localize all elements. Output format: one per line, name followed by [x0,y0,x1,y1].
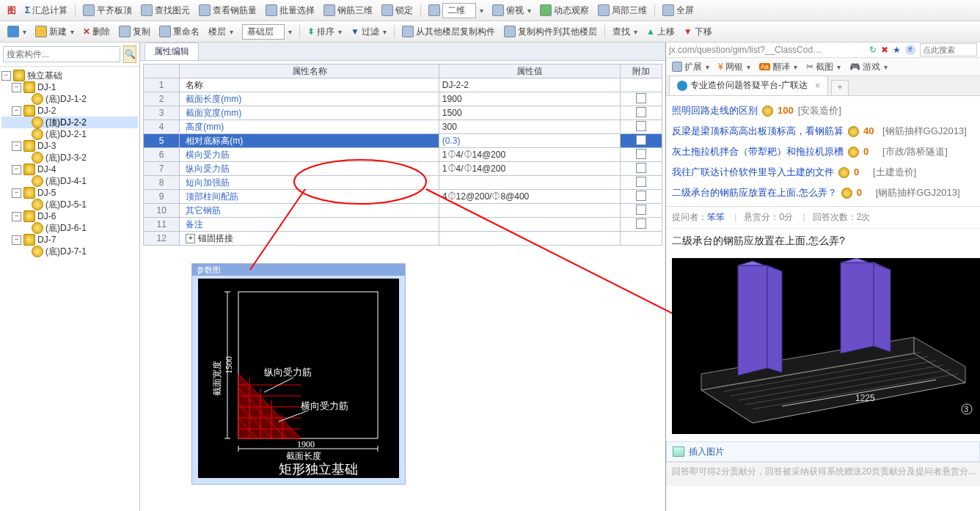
btn-r3d[interactable]: 钢筋三维 [321,3,376,18]
close-tab-icon[interactable]: × [815,81,820,91]
btn-copy[interactable]: 复制 [116,24,153,40]
ie-icon[interactable]: e [905,45,915,55]
btn-batch[interactable]: 批量选择 [263,3,318,18]
tree-node[interactable]: (底)DJ-4-1 [1,175,138,187]
tree-node[interactable]: (底)DJ-2-1 [1,128,138,140]
btn-ortho[interactable]: 俯视▾ [489,3,534,18]
svg-marker-42 [767,265,782,372]
search-icon: 🔍 [125,49,136,59]
tree-node[interactable]: −DJ-5 [1,187,138,199]
property-row[interactable]: 12+锚固搭接 [144,232,662,246]
property-row[interactable]: 4高度(mm)300 [144,120,662,134]
question-meta: 提问者：笨笨 |悬赏分：0分 |回答次数：2次 [666,207,980,229]
qa-item[interactable]: 照明回路走线的区别100[安装造价] [672,100,974,121]
col-val: 属性值 [439,65,620,78]
tree-node[interactable]: −DJ-2 [1,105,138,117]
btn-rebar[interactable]: 查看钢筋量 [196,3,260,18]
btn-copyto[interactable]: 复制构件到其他楼层 [501,24,600,40]
btn-findel[interactable]: 查找图元 [138,3,193,18]
btn-del[interactable]: ✕删除 [80,24,113,40]
parameter-diagram: 参数图 截面宽度 1500 1900 截面长度 纵向受力筋 横向受力筋 矩形独立… [191,263,406,485]
btn-new[interactable]: 新建▾ [32,24,77,40]
property-row[interactable]: 8短向加强筋 [144,176,662,190]
tree-node[interactable]: (底)DJ-7-1 [1,246,138,257]
property-row[interactable]: 7纵向受力筋1⏀4/⏀14@200 [144,162,662,176]
qa-item[interactable]: 灰土拖拉机拌合（带犁耙）和拖拉机原槽0[市政/路桥隧道] [672,141,974,162]
btn-sigma[interactable]: 图 [4,3,19,18]
btn-cube[interactable]: ▾ [4,24,29,39]
property-row[interactable]: 2截面长度(mm)1900 [144,92,662,106]
tree-node[interactable]: −DJ-4 [1,163,138,175]
browser-tab[interactable]: 专业造价问题答疑平台-广联达 × [669,76,828,95]
quick-search[interactable] [920,43,977,56]
tree-node[interactable]: (底)DJ-3-2 [1,152,138,163]
refresh-icon[interactable]: ↻ [869,45,877,55]
property-pane: 属性编辑 属性名称属性值附加 1名称DJ-2-22截面长度(mm)19003截面… [140,43,665,511]
3d-render: 1225 3 [672,258,980,434]
tree-node[interactable]: (底)DJ-6-1 [1,222,138,234]
btn-filter[interactable]: ▼过滤▾ [348,24,390,40]
new-tab-button[interactable]: + [831,80,849,95]
insert-image-bar[interactable]: 插入图片 [666,441,980,462]
toolbar-second: ▾ 新建▾ ✕删除 复制 重命名 楼层▾ 基础层▾ ⬍排序▾ ▼过滤▾ 从其他楼… [0,21,980,43]
svg-text:1900: 1900 [297,439,315,449]
component-tree[interactable]: −独立基础−DJ-1(底)DJ-1-2−DJ-2(顶)DJ-2-2(底)DJ-2… [0,67,139,511]
btn-local3d[interactable]: 局部三维 [595,3,650,18]
qa-item[interactable]: 二级承台的钢筋应放置在上面,怎么弄？0[钢筋抽样GGJ2013] [672,183,974,203]
btn-lock[interactable]: 锁定 [379,3,416,18]
qa-item[interactable]: 反梁是梁顶标高高出板顶标高，看钢筋算40[钢筋抽样GGJ2013] [672,121,974,141]
svg-text:矩形独立基础: 矩形独立基础 [279,462,358,477]
toolbar-top: 图 Σ汇总计算 平齐板顶 查找图元 查看钢筋量 批量选择 钢筋三维 锁定 二维▾… [0,0,980,21]
tree-node[interactable]: −DJ-1 [1,81,138,93]
floor-select[interactable]: 楼层▾ [205,24,236,40]
property-row[interactable]: 3截面宽度(mm)1500 [144,106,662,120]
tree-node[interactable]: −DJ-7 [1,234,138,246]
tree-node[interactable]: (底)DJ-5-1 [1,199,138,210]
qa-item[interactable]: 我往广联达计价软件里导入土建的文件0[土建造价] [672,162,974,183]
btn-dyn[interactable]: 动态观察 [537,3,592,18]
property-row[interactable]: 10其它钢筋 [144,204,662,218]
ext-translate[interactable]: Aa翻译▾ [759,61,797,73]
svg-text:截面宽度: 截面宽度 [212,361,222,396]
btn-down[interactable]: ▼下移 [681,24,715,40]
tab-property-edit[interactable]: 属性编辑 [145,43,199,60]
tree-node[interactable]: −DJ-6 [1,210,138,222]
search-input[interactable] [3,46,120,62]
btn-sort[interactable]: ⬍排序▾ [304,24,345,40]
property-row[interactable]: 6横向受力筋1⏀4/⏀14@200 [144,148,662,162]
answer-hint: 回答即可得2分贡献分，回答被采纳获得系统赠送20页贡献分及提问者悬赏分… [666,462,980,486]
btn-copyfrom[interactable]: 从其他楼层复制构件 [399,24,498,40]
tree-node[interactable]: −独立基础 [1,70,138,81]
stop-icon[interactable]: ✖ [881,45,888,55]
layer-select[interactable]: 基础层▾ [239,23,295,41]
svg-text:横向受力筋: 横向受力筋 [301,400,348,411]
property-row[interactable]: 11备注 [144,218,662,232]
btn-sum[interactable]: Σ汇总计算 [22,3,70,18]
scissors-icon: ✂ [806,62,813,72]
tree-node[interactable]: (底)DJ-1-2 [1,93,138,105]
btn-find[interactable]: 查找▾ [610,24,640,40]
search-button[interactable]: 🔍 [123,45,136,63]
btn-up[interactable]: ▲上移 [643,24,678,40]
ext-game[interactable]: 🎮游戏▾ [849,61,888,73]
ext-bank[interactable]: ¥网银▾ [718,61,750,73]
question-title: 二级承台的钢筋应放置在上面,怎么弄? [666,229,980,254]
property-row[interactable]: 5相对底标高(m)(0.3) [144,134,662,148]
image-icon [673,446,684,457]
svg-text:截面长度: 截面长度 [286,451,321,461]
tree-node[interactable]: −DJ-3 [1,140,138,152]
btn-full[interactable]: 全屏 [659,3,697,18]
asker-link[interactable]: 笨笨 [707,212,725,222]
svg-marker-41 [738,265,767,375]
ext-extensions[interactable]: 扩展▾ [672,61,709,73]
ext-screenshot[interactable]: ✂截图▾ [806,61,841,73]
property-row[interactable]: 1名称DJ-2-2 [144,78,662,92]
tree-node[interactable]: (顶)DJ-2-2 [1,117,138,128]
view-mode-select[interactable]: 二维▾ [425,1,486,20]
btn-flat[interactable]: 平齐板顶 [80,3,135,18]
btn-ren[interactable]: 重命名 [156,24,202,40]
fav-icon[interactable]: ★ [893,45,901,55]
browser-pane: jx.com/question/gim/list?__ClassCod… ↻ ✖… [665,43,980,511]
site-icon [677,81,687,91]
property-row[interactable]: 9顶部柱间配筋4⏀12@200/⏀8@400 [144,190,662,204]
